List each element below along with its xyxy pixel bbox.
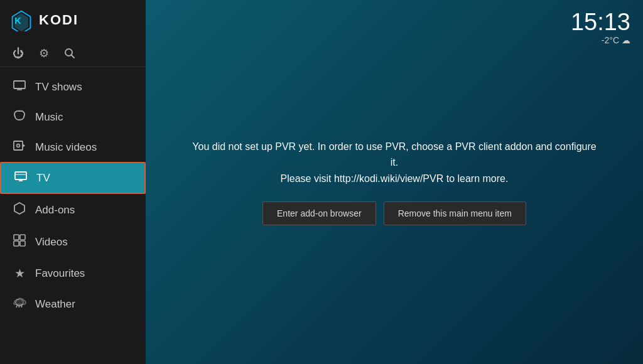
- music-label: Music: [35, 111, 63, 124]
- addons-label: Add-ons: [35, 204, 75, 217]
- pvr-buttons: Enter add-on browser Remove this main me…: [187, 201, 602, 225]
- svg-point-11: [18, 145, 19, 146]
- svg-marker-16: [14, 203, 24, 214]
- svg-rect-19: [14, 241, 19, 246]
- settings-button[interactable]: ⚙: [39, 46, 49, 60]
- weather-icon: [13, 297, 26, 311]
- svg-rect-17: [14, 235, 19, 240]
- sidebar-item-weather[interactable]: Weather: [0, 289, 146, 319]
- cloud-icon: ☁: [622, 35, 630, 45]
- enter-addon-browser-button[interactable]: Enter add-on browser: [262, 201, 376, 225]
- temperature: -2°C: [602, 35, 619, 45]
- favourites-icon: ★: [13, 266, 26, 281]
- music-videos-label: Music videos: [35, 141, 97, 154]
- pvr-message-line2: Please visit http://kodi.wiki/view/PVR t…: [281, 173, 509, 184]
- videos-label: Videos: [35, 236, 68, 249]
- svg-line-23: [19, 306, 19, 308]
- tv-shows-icon: [13, 80, 26, 94]
- sidebar-item-tv-shows[interactable]: TV shows: [0, 72, 146, 102]
- sidebar-item-videos[interactable]: Videos: [0, 226, 146, 258]
- sidebar-item-tv[interactable]: TV: [0, 162, 146, 194]
- sidebar-item-addons[interactable]: Add-ons: [0, 194, 146, 226]
- weather-label: Weather: [35, 298, 75, 311]
- svg-rect-20: [20, 241, 25, 246]
- pvr-content-box: You did not set up PVR yet. In order to …: [175, 126, 614, 238]
- tv-shows-label: TV shows: [35, 81, 82, 94]
- svg-marker-9: [23, 144, 25, 147]
- sidebar-toolbar: ⏻ ⚙: [0, 40, 146, 67]
- svg-text:K: K: [14, 16, 21, 26]
- pvr-message: You did not set up PVR yet. In order to …: [187, 139, 602, 187]
- svg-rect-12: [15, 172, 26, 179]
- svg-line-24: [21, 306, 22, 308]
- weather-status: -2°C ☁: [571, 35, 630, 45]
- kodi-logo-icon: K: [10, 9, 33, 31]
- app-title: KODI: [39, 12, 78, 28]
- tv-label: TV: [36, 172, 50, 185]
- svg-rect-18: [20, 235, 25, 240]
- addons-icon: [13, 202, 26, 218]
- sidebar-item-music-videos[interactable]: Music videos: [0, 132, 146, 162]
- sidebar-item-music[interactable]: Music: [0, 102, 146, 132]
- remove-menu-item-button[interactable]: Remove this main menu item: [384, 201, 526, 225]
- sidebar-item-favourites[interactable]: ★ Favourites: [0, 258, 146, 289]
- sidebar: K KODI ⏻ ⚙ TV shows: [0, 0, 146, 364]
- power-button[interactable]: ⏻: [13, 47, 24, 60]
- pvr-message-line1: You did not set up PVR yet. In order to …: [192, 141, 596, 168]
- music-videos-icon: [13, 141, 26, 154]
- tv-icon: [14, 171, 28, 185]
- svg-rect-5: [14, 81, 25, 88]
- sidebar-header: K KODI: [0, 0, 146, 40]
- videos-icon: [13, 234, 26, 250]
- svg-line-4: [72, 55, 75, 58]
- favourites-label: Favourites: [35, 267, 85, 280]
- sidebar-nav: TV shows Music Music vide: [0, 67, 146, 364]
- time-display: 15:13 -2°C ☁: [571, 10, 630, 45]
- main-content: 15:13 -2°C ☁ You did not set up PVR yet.…: [146, 0, 643, 364]
- svg-line-22: [16, 306, 17, 308]
- clock: 15:13: [571, 10, 630, 34]
- search-button[interactable]: [64, 48, 75, 59]
- music-icon: [13, 110, 26, 124]
